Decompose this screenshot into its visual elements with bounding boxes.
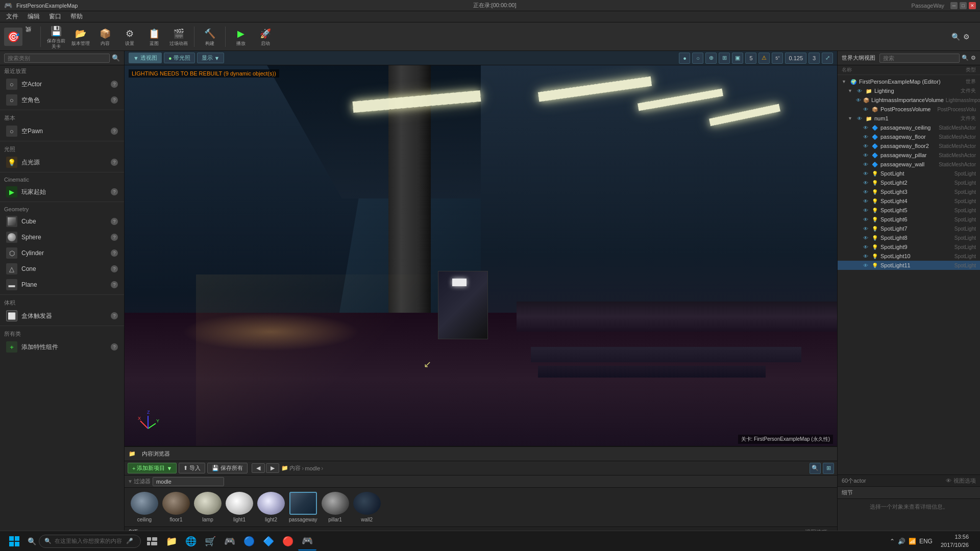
cb-nav-back[interactable]: ◀ (252, 463, 265, 473)
cb-search-icon[interactable]: 🔍 (810, 463, 821, 474)
left-item-cone[interactable]: △ Cone ? (2, 261, 122, 277)
left-item-plane[interactable]: ▬ Plane ? (2, 277, 122, 292)
empty-actor-info[interactable]: ? (111, 81, 118, 88)
toolbar-build-btn[interactable]: 🔨 构建 (199, 26, 221, 47)
cb-nav-content[interactable]: 内容 (289, 464, 301, 472)
left-item-cube[interactable]: Cube ? (2, 214, 122, 229)
vp-icon-3[interactable]: ⊕ (705, 53, 717, 64)
asset-ceiling[interactable]: ceiling (131, 492, 158, 522)
cb-import-btn[interactable]: ⬆ 导入 (179, 463, 205, 473)
taskbar-ue4-active[interactable]: 🎮 (298, 532, 316, 550)
vp-maximize[interactable]: ⤢ (822, 53, 833, 64)
point-light-info[interactable]: ? (111, 159, 118, 166)
toolbar-settings-btn[interactable]: ⚙ 设置 (118, 26, 141, 47)
left-item-empty-pawn[interactable]: ○ 空Pawn ? (2, 123, 122, 139)
tree-item-11[interactable]: 👁 💡 SpotLight3 SpotLight (838, 187, 980, 196)
asset-floor1[interactable]: floor1 (162, 492, 190, 522)
viewport[interactable]: LIGHTING NEEDS TO BE REBUILT (9 dynamic … (125, 65, 837, 446)
toolbar-search-icon[interactable]: 🔍 (951, 33, 960, 41)
tree-item-9[interactable]: 👁 💡 SpotLight SpotLight (838, 169, 980, 178)
tree-item-12[interactable]: 👁 💡 SpotLight4 SpotLight (838, 196, 980, 206)
empty-pawn-info[interactable]: ? (111, 128, 118, 135)
cb-save-btn[interactable]: 💾 保存所有 (207, 463, 248, 473)
vp-scale[interactable]: 0.125 (785, 53, 806, 64)
viewport-canvas[interactable]: X Y Z ↙ (125, 65, 837, 446)
asset-light2[interactable]: light2 (257, 492, 285, 522)
taskbar-edge[interactable]: 🌐 (182, 532, 200, 550)
taskbar-windows-btn[interactable] (4, 532, 24, 550)
tree-item-0[interactable]: ▼ 👁 📁 Lighting 文件夹 (838, 86, 980, 95)
minimize-button[interactable]: ─ (950, 2, 958, 9)
asset-lamp[interactable]: lamp (194, 492, 222, 522)
tree-item-3[interactable]: ▼ 👁 📁 num1 文件夹 (838, 114, 980, 123)
taskbar-notification[interactable] (973, 532, 976, 550)
tree-item-8[interactable]: 👁 🔷 passageway_wall StaticMeshActor (838, 160, 980, 169)
cb-filter-input[interactable] (153, 477, 224, 486)
cube-info[interactable]: ? (111, 218, 118, 225)
add-component-info[interactable]: ? (111, 343, 118, 350)
vp-num-5[interactable]: 5 (745, 53, 756, 64)
taskbar-lang[interactable]: ENG (919, 538, 933, 545)
tree-item-6[interactable]: 👁 🔷 passageway_floor2 StaticMeshActor (838, 141, 980, 151)
toolbar-play-btn[interactable]: ▶ 播放 (230, 26, 252, 47)
taskbar-vol-icon[interactable]: 🔊 (898, 538, 905, 545)
toolbar-content-btn[interactable]: 📦 内容 (94, 26, 116, 47)
tree-item-19[interactable]: 👁 💡 SpotLight11 SpotLight (838, 261, 980, 270)
outliner-settings-icon[interactable]: ⚙ (971, 55, 976, 61)
taskbar-store[interactable]: 🛒 (201, 532, 219, 550)
left-item-cylinder[interactable]: ⬡ Cylinder ? (2, 245, 122, 261)
tree-item-5[interactable]: 👁 🔷 passageway_floor StaticMeshActor (838, 132, 980, 141)
tree-item-1[interactable]: 👁 📦 LightmassImportanceVolume LightmassI… (838, 95, 980, 105)
menu-edit[interactable]: 编辑 (23, 11, 44, 22)
left-item-empty-char[interactable]: ○ 空角色 ? (2, 92, 122, 108)
tree-item-18[interactable]: 👁 💡 SpotLight10 SpotLight (838, 252, 980, 261)
left-item-empty-actor[interactable]: ○ 空Actor ? (2, 77, 122, 92)
taskbar-search-btn[interactable]: 🔍 (27, 532, 37, 550)
cb-view-options[interactable]: ⊞ (823, 463, 834, 474)
close-button[interactable]: ✕ (969, 2, 976, 9)
taskbar-explorer[interactable]: 📁 (162, 532, 181, 550)
asset-pillar1[interactable]: pillar1 (322, 492, 349, 522)
toolbar-version-btn[interactable]: 📂 版本管理 (69, 26, 92, 47)
tree-item-15[interactable]: 👁 💡 SpotLight7 SpotLight (838, 224, 980, 233)
taskbar-task-view[interactable] (143, 532, 161, 550)
cb-nav-modle[interactable]: modle (305, 465, 320, 471)
mode-select-button[interactable]: 🎯 (4, 28, 22, 46)
cone-info[interactable]: ? (111, 265, 118, 272)
vp-num-3[interactable]: 3 (808, 53, 820, 64)
empty-char-info[interactable]: ? (111, 96, 118, 104)
world-outliner-search[interactable] (879, 54, 960, 63)
taskbar-ue4[interactable]: 🔷 (259, 532, 278, 550)
box-trigger-info[interactable]: ? (111, 312, 118, 319)
vp-icon-1[interactable]: ● (679, 53, 690, 64)
tree-root[interactable]: ▼ 🌍 FirstPersonExampleMap (Editor) 世界 (838, 77, 980, 86)
toolbar-launch-btn[interactable]: 🚀 启动 (254, 26, 277, 47)
plane-info[interactable]: ? (111, 281, 118, 288)
taskbar-expand-icon[interactable]: ⌃ (890, 538, 895, 545)
vp-angle[interactable]: 5° (772, 53, 783, 64)
tree-item-13[interactable]: 👁 💡 SpotLight5 SpotLight (838, 206, 980, 215)
menu-window[interactable]: 窗口 (45, 11, 65, 22)
left-item-box-trigger[interactable]: ⬜ 盒体触发器 ? (2, 308, 122, 323)
left-item-sphere[interactable]: Sphere ? (2, 230, 122, 245)
tree-item-10[interactable]: 👁 💡 SpotLight2 SpotLight (838, 178, 980, 187)
view-options-btn[interactable]: 👁 视图选项 (946, 477, 976, 485)
asset-passageway[interactable]: passageway (289, 492, 317, 522)
player-start-info[interactable]: ? (111, 188, 118, 195)
maximize-button[interactable]: □ (960, 2, 967, 9)
asset-light1[interactable]: light1 (226, 492, 253, 522)
tree-item-7[interactable]: 👁 🔷 passageway_pillar StaticMeshActor (838, 151, 980, 160)
vp-warn-icon[interactable]: ⚠ (758, 53, 770, 64)
toolbar-blueprint-btn[interactable]: 📋 蓝图 (143, 26, 165, 47)
sphere-info[interactable]: ? (111, 234, 118, 241)
toolbar-settings2-icon[interactable]: ⚙ (963, 33, 970, 41)
menu-file[interactable]: 文件 (2, 11, 22, 22)
asset-wall2[interactable]: wall2 (353, 492, 381, 522)
taskbar-app1[interactable]: 🔴 (279, 532, 297, 550)
toolbar-save-btn[interactable]: 💾 保存当前关卡 (45, 23, 67, 51)
taskbar-xbox[interactable]: 🎮 (220, 532, 239, 550)
tree-item-17[interactable]: 👁 💡 SpotLight9 SpotLight (838, 242, 980, 252)
vp-icon-2[interactable]: ○ (692, 53, 703, 64)
cylinder-info[interactable]: ? (111, 249, 118, 257)
left-search-input[interactable] (4, 54, 110, 63)
